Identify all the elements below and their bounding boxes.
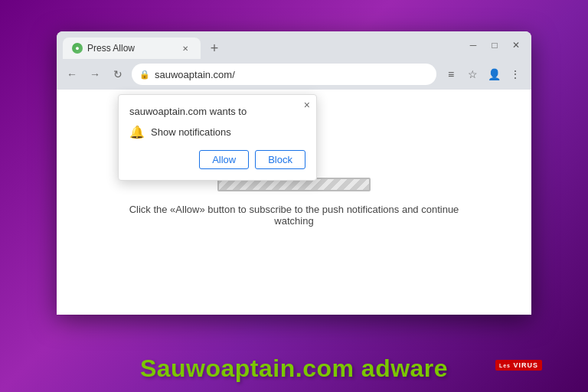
tab-title: Press Allow (87, 43, 135, 54)
bookmark-star-button[interactable]: ☆ (462, 64, 482, 84)
popup-buttons: Allow Block (129, 150, 305, 169)
back-button[interactable]: ← (63, 65, 81, 83)
permission-label: Show notifications (151, 126, 231, 138)
more-options-button[interactable]: ⋮ (505, 64, 525, 84)
maximize-button[interactable]: □ (485, 36, 504, 54)
toolbar-icons: ≡ ☆ 👤 ⋮ (441, 64, 525, 84)
address-bar: ← → ↻ 🔒 sauwoaptain.com/ ≡ ☆ 👤 ⋮ (57, 59, 531, 90)
virus-badge-suffix: VIRUS (513, 361, 538, 369)
bottom-label-text: Sauwoaptain.com adware (140, 354, 448, 382)
lock-icon: 🔒 (139, 70, 150, 80)
page-instruction: Click the «Allow» button to subscribe to… (110, 204, 478, 227)
tab-strip: ● Press Allow ✕ + (57, 31, 464, 59)
active-tab[interactable]: ● Press Allow ✕ (63, 38, 201, 59)
allow-button[interactable]: Allow (199, 150, 249, 169)
title-bar: ● Press Allow ✕ + ─ □ ✕ (57, 31, 531, 59)
url-bar[interactable]: 🔒 sauwoaptain.com/ (132, 64, 436, 85)
window-controls: ─ □ ✕ (464, 31, 531, 59)
new-tab-button[interactable]: + (204, 38, 225, 59)
close-button[interactable]: ✕ (507, 36, 525, 54)
forward-button[interactable]: → (86, 65, 104, 83)
virus-badge-prefix: Les (499, 363, 511, 368)
bottom-label-area: Sauwoaptain.com adware Les VIRUS (0, 354, 588, 383)
popup-permission-row: 🔔 Show notifications (129, 125, 305, 139)
virus-badge: Les VIRUS (495, 360, 542, 371)
popup-title: sauwoaptain.com wants to (129, 106, 305, 117)
hamburger-menu-button[interactable]: ≡ (441, 64, 461, 84)
url-text: sauwoaptain.com/ (155, 69, 235, 80)
block-button[interactable]: Block (255, 150, 305, 169)
tab-favicon: ● (72, 43, 83, 54)
refresh-button[interactable]: ↻ (109, 65, 127, 83)
avatar-button[interactable]: 👤 (484, 64, 504, 84)
notification-popup: × sauwoaptain.com wants to 🔔 Show notifi… (118, 94, 317, 181)
page-content: × sauwoaptain.com wants to 🔔 Show notifi… (57, 90, 531, 315)
bell-icon: 🔔 (129, 125, 145, 139)
tab-close-button[interactable]: ✕ (179, 42, 191, 54)
progress-stripe (219, 179, 369, 190)
popup-close-button[interactable]: × (304, 100, 310, 110)
browser-window: ● Press Allow ✕ + ─ □ ✕ ← → ↻ 🔒 sauwoapt… (57, 31, 531, 315)
minimize-button[interactable]: ─ (464, 36, 482, 54)
